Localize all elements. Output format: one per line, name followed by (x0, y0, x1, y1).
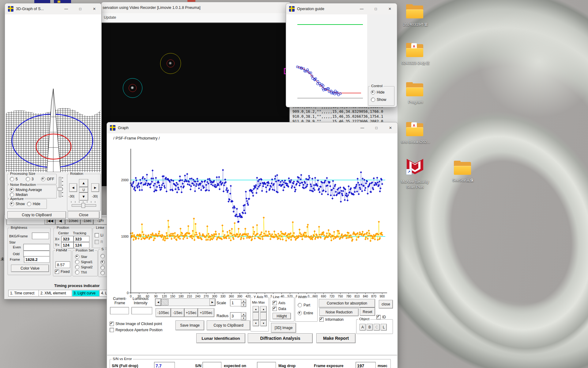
radio-5[interactable]: 5 (10, 177, 18, 181)
noise-reduction-button[interactable]: Noise Reduction (319, 308, 359, 316)
close-button[interactable]: ✕ (383, 3, 397, 14)
maximize-button[interactable]: □ (369, 122, 383, 133)
x-center-field[interactable]: 323 (61, 236, 74, 242)
radio-moving-average[interactable]: Moving Average (10, 188, 42, 192)
save-image-button[interactable]: Save Image (175, 320, 204, 330)
desktop-icon-label[interactable]: 20240319作業 (394, 22, 437, 27)
close-button[interactable]: ✕ (87, 3, 101, 14)
bkg-frame-field[interactable] (32, 232, 49, 239)
menu-update[interactable]: Update (104, 15, 116, 20)
even-field[interactable] (23, 244, 50, 251)
plus-1sec-button[interactable]: +1Sec (184, 308, 198, 317)
show-image-checkbox[interactable]: Show Image of Clicked point (110, 322, 162, 326)
ymin-up-button[interactable]: ▲ (253, 306, 259, 312)
expected-on-field[interactable] (257, 362, 276, 368)
correction-absorption-button[interactable]: Correction for absorption (319, 299, 375, 308)
color-value-button[interactable]: Color Value (11, 265, 49, 272)
rotate-down-button[interactable]: ▼ (79, 193, 88, 201)
scroll-left-arrow[interactable]: ◀ (155, 299, 161, 306)
zoom-slider-thumb[interactable] (58, 187, 62, 191)
sn-field[interactable] (202, 362, 221, 368)
desktop-icon-label[interactable]: McAfee Security (394, 180, 436, 184)
3d-image-button[interactable]: [3D] Image (271, 323, 296, 333)
tab-xml-element[interactable]: 2. XML element (39, 290, 75, 297)
desktop-icon-folder[interactable] (454, 161, 471, 175)
desktop-icon-folder[interactable] (406, 82, 423, 96)
information-checkbox[interactable]: Information (319, 317, 344, 322)
y-center-field[interactable]: 124 (61, 242, 74, 248)
radio-hide[interactable]: Hide (27, 202, 40, 206)
ymax-up-button[interactable]: ▲ (260, 306, 267, 312)
radio-show[interactable]: Show (371, 98, 386, 102)
sn-full-drop-field[interactable]: 7.7 (154, 362, 175, 368)
object-b-button[interactable]: B (367, 324, 373, 331)
desktop-icon-label[interactable]: Scan Plus (394, 185, 436, 189)
rotate-u-button[interactable]: U (79, 187, 88, 193)
close-button-small[interactable]: close (379, 300, 393, 309)
frame-value-field[interactable]: 1828.2 (24, 256, 50, 263)
minimize-button[interactable]: — (355, 122, 369, 133)
desktop-icon-folder[interactable]: A (406, 43, 423, 57)
desktop-icon-folder[interactable] (406, 4, 423, 18)
radio-star[interactable]: Star (75, 255, 87, 259)
linked-checkbox[interactable]: Li (95, 233, 103, 237)
plus-10sec-button[interactable]: +10Sec (198, 308, 214, 317)
ymin-down-button[interactable]: ▼ (253, 320, 259, 326)
radio-3[interactable]: 3 (26, 177, 34, 181)
lunar-identification-button[interactable]: Lunar Identification (196, 333, 245, 343)
frame-exposure-field[interactable]: 197 (356, 362, 376, 368)
diffraction-analysis-button[interactable]: Diffraction Analysis (248, 333, 313, 343)
photometry-plot[interactable]: 0306090120150180210240270300330360390420… (108, 143, 396, 302)
desktop-icon-label[interactable]: Program (394, 100, 437, 104)
radio-signal2[interactable]: Signal2 (75, 265, 92, 269)
desktop-icon-label[interactable]: SeeStar画像 (442, 178, 484, 183)
radio-median[interactable]: Median (10, 193, 28, 197)
radio-tlvi[interactable]: TlVi (75, 270, 87, 274)
current-frame-field[interactable] (110, 307, 129, 314)
make-report-button[interactable]: Make Report (316, 333, 356, 343)
ymax-down-button[interactable]: ▼ (260, 320, 267, 326)
y-tracking-field[interactable]: 124 (74, 242, 89, 248)
fwhm-fixed-checkbox[interactable]: Fixed (55, 270, 70, 274)
reset-button[interactable]: Reset (360, 308, 375, 316)
rotation-slider-thumb[interactable] (81, 203, 85, 208)
hilight-button[interactable]: Hilight (273, 313, 291, 319)
reproduce-aperture-checkbox[interactable]: Reproduce Aperture Position (110, 328, 162, 332)
desktop-icon-folder[interactable]: A (406, 122, 423, 136)
maximize-button[interactable]: □ (73, 3, 87, 14)
graph-title-bar[interactable]: Graph — □ ✕ (107, 122, 398, 133)
video-title-bar[interactable]: servation using Video Recorder [Limovie … (101, 2, 291, 13)
axis-checkbox[interactable]: Axis (273, 301, 285, 305)
radio-show[interactable]: Show (10, 202, 25, 206)
scale-field[interactable]: 1 (230, 299, 242, 306)
close-button[interactable]: Close (68, 211, 100, 219)
maximize-button[interactable]: □ (369, 3, 383, 14)
3d-plot-area[interactable] (5, 14, 101, 172)
tab-time-correct[interactable]: 1. Time correct (8, 290, 42, 297)
radio-part[interactable]: Part (298, 303, 310, 307)
linked-r-checkbox[interactable]: R (95, 240, 103, 244)
copy-clipboard-button[interactable]: Copy to ClipBoard (207, 320, 250, 330)
opguide-title-bar[interactable]: Operation guide — □ ✕ (286, 3, 397, 14)
tab-light-curve-active[interactable]: 3. Light curve (72, 290, 102, 297)
desktop-icon-mcafee[interactable]: ↗ (407, 159, 423, 174)
object-l-button[interactable]: L (381, 324, 387, 331)
radius-field[interactable]: 3 (230, 312, 242, 320)
radio-hide[interactable]: Hide (371, 90, 385, 94)
rotate-right-button[interactable]: ► (91, 183, 99, 192)
desktop-icon-label[interactable]: 0240323-24合宿 (394, 61, 437, 66)
minimize-button[interactable]: — (355, 3, 369, 14)
x-tracking-field[interactable]: 323 (74, 236, 89, 242)
radius-spinner[interactable]: ▲▼ (241, 312, 246, 320)
scroll-thumb[interactable] (161, 299, 168, 305)
rotate-up-button[interactable]: ▲ (79, 179, 88, 187)
object-c-button[interactable]: C (374, 324, 380, 331)
desktop-icon-label[interactable]: ons-Brooks202... (394, 140, 437, 144)
data-checkbox[interactable]: Data (273, 307, 286, 311)
radio-entire[interactable]: Entire (298, 311, 313, 315)
zoom-slider-track[interactable] (59, 177, 61, 197)
minus-10sec-button[interactable]: -10Sec (156, 308, 171, 317)
minimize-button[interactable]: — (59, 3, 73, 14)
luminous-intensity-field[interactable] (131, 307, 152, 314)
radio-signal1[interactable]: Signal1 (75, 260, 92, 264)
